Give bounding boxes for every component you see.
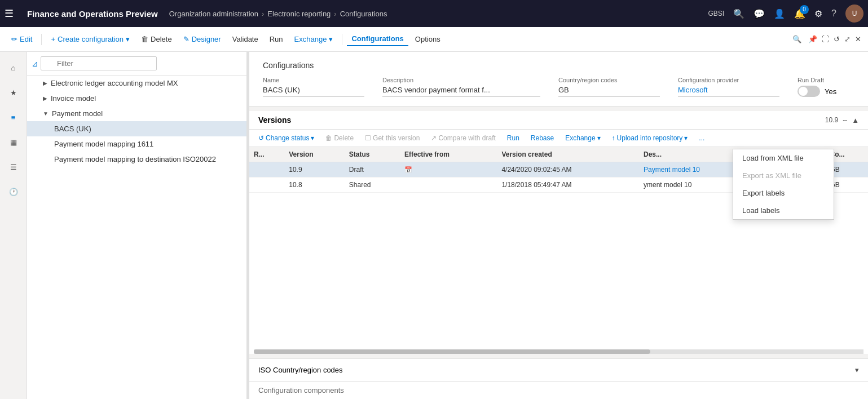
- create-chevron-icon: ▾: [126, 35, 130, 43]
- tree-item-bacs-uk[interactable]: BACS (UK): [27, 121, 246, 136]
- message-icon[interactable]: 💬: [754, 8, 765, 19]
- description-label: Description: [382, 77, 540, 83]
- country-label: Country/region codes: [558, 77, 660, 83]
- name-value: BACS (UK): [263, 86, 364, 97]
- row2-version: 10.8: [284, 178, 345, 193]
- run-draft-toggle[interactable]: [797, 86, 820, 97]
- designer-button[interactable]: ✎ Designer: [179, 33, 226, 46]
- scrollbar-thumb[interactable]: [254, 349, 650, 354]
- breadcrumb-configurations[interactable]: Configurations: [340, 10, 387, 18]
- name-label: Name: [263, 77, 364, 83]
- field-name: Name BACS (UK): [263, 77, 364, 97]
- create-config-button[interactable]: + Create configuration ▾: [46, 33, 134, 46]
- main-content: Configurations Name BACS (UK) Descriptio…: [249, 52, 868, 399]
- field-provider: Configuration provider Microsoft: [678, 77, 779, 97]
- country-value: GB: [558, 86, 660, 97]
- options-tab[interactable]: Options: [411, 33, 445, 46]
- tree-item-electronic-ledger[interactable]: ▶ Electronic ledger accounting model MX: [27, 76, 246, 91]
- tree-item-payment-model[interactable]: ▼ Payment model: [27, 106, 246, 121]
- horizontal-scrollbar[interactable]: [254, 349, 863, 354]
- hamburger-icon[interactable]: ☰: [5, 7, 14, 20]
- load-labels-item[interactable]: Load labels: [733, 202, 834, 219]
- field-country: Country/region codes GB: [558, 77, 660, 97]
- versions-delete-button[interactable]: 🗑 Delete: [321, 132, 358, 144]
- exchange-chevron-icon: ▾: [329, 35, 333, 43]
- edit-button[interactable]: ✏ Edit: [7, 33, 37, 46]
- edit-icon: ✏: [11, 35, 17, 43]
- row1-r: [249, 162, 284, 178]
- validate-button[interactable]: Validate: [228, 33, 263, 46]
- top-nav: ☰ Finance and Operations Preview Organiz…: [0, 0, 868, 27]
- person-icon[interactable]: 👤: [774, 8, 785, 19]
- get-this-version-button[interactable]: ☐ Get this version: [360, 132, 424, 144]
- expand-icon[interactable]: ⤢: [844, 35, 851, 43]
- upload-into-repo-button[interactable]: ↑ Upload into repository ▾: [607, 132, 693, 144]
- delete-button[interactable]: 🗑 Delete: [136, 33, 177, 46]
- col-status: Status: [345, 147, 400, 162]
- col-version-created: Version created: [497, 147, 639, 162]
- tree-toolbar: ⊿ 🔍: [27, 52, 246, 76]
- run-draft-label: Run Draft: [797, 77, 836, 83]
- main-layout: ⌂ ★ ≡ ▦ ☰ 🕐 ⊿ 🔍 ▶ Electronic ledger acco…: [0, 52, 868, 399]
- tree-filter-icon[interactable]: ⊿: [32, 59, 38, 68]
- refresh-icon[interactable]: ↺: [834, 35, 840, 43]
- compare-with-draft-button[interactable]: ↗ Compare with draft: [426, 132, 500, 144]
- row1-created: 4/24/2020 09:02:45 AM: [497, 162, 639, 178]
- plus-icon: +: [51, 35, 55, 43]
- provider-value[interactable]: Microsoft: [678, 86, 779, 97]
- versions-run-button[interactable]: Run: [503, 132, 524, 144]
- exchange-dropdown-menu: Load from XML file Export as XML file Ex…: [733, 149, 834, 220]
- versions-exchange-button[interactable]: Exchange ▾: [561, 132, 605, 144]
- notification-bell[interactable]: 🔔 0: [794, 8, 805, 19]
- designer-icon: ✎: [183, 35, 190, 43]
- versions-chevron-up[interactable]: ▲: [852, 116, 859, 125]
- configurations-tab[interactable]: Configurations: [347, 32, 408, 46]
- detail-fields: Name BACS (UK) Description BACS vendor p…: [263, 77, 854, 97]
- avatar[interactable]: U: [845, 5, 863, 23]
- nav-icons: GBSI 🔍 💬 👤 🔔 0 ⚙ ? U: [708, 5, 863, 23]
- list-icon[interactable]: ☰: [2, 156, 25, 178]
- versions-number: 10.9: [825, 116, 838, 124]
- breadcrumb-org[interactable]: Organization administration: [169, 10, 258, 18]
- search-icon[interactable]: 🔍: [733, 8, 744, 19]
- close-icon[interactable]: ✕: [855, 35, 861, 43]
- export-labels-item[interactable]: Export labels: [733, 184, 834, 202]
- filter-wrap: 🔍: [41, 56, 242, 70]
- row2-created: 1/18/2018 05:49:47 AM: [497, 178, 639, 193]
- home-icon[interactable]: ⌂: [2, 56, 25, 79]
- sep1: [41, 34, 42, 45]
- row2-effective: [400, 178, 497, 193]
- star-icon[interactable]: ★: [2, 81, 25, 104]
- toggle-knob: [799, 87, 808, 96]
- versions-exchange-chevron: ▾: [597, 134, 601, 142]
- help-icon[interactable]: ?: [831, 8, 836, 19]
- clock-icon[interactable]: 🕐: [2, 180, 25, 203]
- tree-item-invoice-model[interactable]: ▶ Invoice model: [27, 91, 246, 106]
- grid-icon[interactable]: ▦: [2, 131, 25, 153]
- app-title: Finance and Operations Preview: [20, 9, 165, 19]
- change-status-chevron: ▾: [311, 134, 314, 142]
- versions-title: Versions: [258, 116, 825, 125]
- delete-icon: 🗑: [141, 35, 148, 43]
- run-button[interactable]: Run: [265, 33, 288, 46]
- breadcrumb-electronic[interactable]: Electronic reporting: [267, 10, 331, 18]
- iso-chevron-icon[interactable]: ▾: [855, 366, 859, 374]
- exchange-button[interactable]: Exchange ▾: [290, 33, 338, 46]
- fullscreen-icon[interactable]: ⛶: [822, 35, 829, 43]
- change-status-button[interactable]: ↺ Change status ▾: [254, 132, 319, 144]
- pin-icon[interactable]: 📌: [808, 35, 817, 43]
- run-draft-value: Yes: [825, 87, 836, 96]
- rebase-button[interactable]: Rebase: [526, 132, 558, 144]
- more-button[interactable]: ...: [694, 132, 709, 144]
- settings-icon[interactable]: ⚙: [814, 8, 822, 19]
- toolbar-search-icon[interactable]: 🔍: [792, 35, 801, 43]
- config-section: Configuration components: [249, 381, 868, 399]
- description-value: BACS vendor payment format f...: [382, 86, 540, 97]
- filter-input[interactable]: [41, 56, 157, 70]
- tree-item-payment-mapping-1611[interactable]: Payment model mapping 1611: [27, 136, 246, 152]
- export-as-xml-item[interactable]: Export as XML file: [733, 167, 834, 184]
- filter-icon[interactable]: ≡: [2, 106, 25, 128]
- breadcrumb: Organization administration › Electronic…: [169, 10, 704, 18]
- tree-item-payment-mapping-iso[interactable]: Payment model mapping to destination ISO…: [27, 152, 246, 167]
- load-from-xml-item[interactable]: Load from XML file: [733, 149, 834, 167]
